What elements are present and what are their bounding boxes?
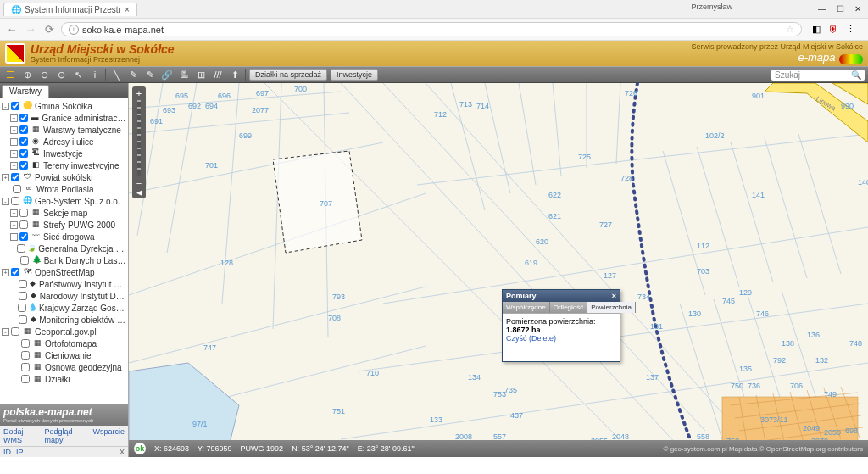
layer-item[interactable]: +🗺OpenStreetMap <box>2 266 126 278</box>
layer-checkbox[interactable] <box>17 244 25 253</box>
layer-item[interactable]: +▦Strefy PUWG 2000 <box>2 219 126 231</box>
layer-checkbox[interactable] <box>21 339 30 348</box>
layer-item[interactable]: 🌲Bank Danych o Lasach <box>2 254 126 266</box>
window-minimize[interactable]: — <box>818 4 826 14</box>
annotate-icon[interactable]: ✎ <box>143 68 157 81</box>
window-close[interactable]: ✕ <box>854 4 861 14</box>
layer-checkbox[interactable] <box>19 209 28 217</box>
layer-checkbox[interactable] <box>19 125 28 134</box>
link-preview[interactable]: Podgląd mapy <box>45 427 88 444</box>
layer-item[interactable]: -▦Geoportal.gov.pl <box>2 326 126 337</box>
measure-icon[interactable]: ╲ <box>109 68 123 81</box>
layer-item[interactable]: 🍃Generalna Dyrekcja Ochrony Środowiska <box>2 243 126 254</box>
search-icon[interactable]: 🔍 <box>851 70 861 80</box>
grid-icon[interactable]: ⊞ <box>194 68 208 81</box>
layer-checkbox[interactable] <box>19 292 27 300</box>
layer-checkbox[interactable] <box>19 114 28 122</box>
info-icon[interactable]: i <box>88 68 102 81</box>
layer-checkbox[interactable] <box>11 197 19 205</box>
clear-link[interactable]: Czyść (Delete) <box>506 334 556 343</box>
layer-checkbox[interactable] <box>13 185 21 193</box>
pointer-icon[interactable]: ↖ <box>71 68 85 81</box>
window-maximize[interactable]: ☐ <box>837 4 844 14</box>
expand-icon[interactable]: + <box>10 138 18 146</box>
zoom-in-button[interactable]: + <box>134 88 144 98</box>
layer-checkbox[interactable] <box>19 232 28 241</box>
close-tab-icon[interactable]: × <box>125 5 130 14</box>
layer-item[interactable]: ▦Ortofotomapa <box>2 337 126 349</box>
tab-distance[interactable]: Odległość <box>550 302 588 313</box>
layer-item[interactable]: ▦Działki <box>2 373 126 385</box>
layer-checkbox[interactable] <box>19 280 27 288</box>
link-icon[interactable]: 🔗 <box>160 68 174 81</box>
zoom-out-icon[interactable]: ⊖ <box>37 68 51 81</box>
url-input[interactable]: i sokolka.e-mapa.net ☆ <box>61 22 802 36</box>
expand-icon[interactable]: - <box>2 328 9 336</box>
expand-icon[interactable]: + <box>10 114 18 122</box>
tab-coords[interactable]: Współrzędne <box>503 302 550 313</box>
zoom-extent-icon[interactable]: ⊙ <box>54 68 68 81</box>
layer-item[interactable]: ▦Cieniowanie <box>2 349 126 361</box>
extension-icon[interactable]: ◧ <box>812 24 824 36</box>
layer-checkbox[interactable] <box>19 220 28 229</box>
tab-layers[interactable]: Warstwy <box>2 85 49 98</box>
expand-icon[interactable]: + <box>2 269 9 276</box>
sidebar-footer-logo[interactable]: polska.e-mapa.net Portal otwartych danyc… <box>0 404 128 426</box>
draw-icon[interactable]: ✎ <box>126 68 140 81</box>
layer-item[interactable]: -🟡Gmina Sokółka <box>2 100 126 112</box>
layer-item[interactable]: +🏗Inwestycje <box>2 148 126 159</box>
link-id[interactable]: ID <box>3 448 11 456</box>
nav-back-icon[interactable]: ← <box>5 23 19 36</box>
layer-checkbox[interactable] <box>11 102 19 110</box>
link-ip[interactable]: IP <box>16 448 24 456</box>
layer-item[interactable]: 💧Krajowy Zarząd Gospodarki Wodnej <box>2 302 126 314</box>
layer-item[interactable]: +◉Adresy i ulice <box>2 136 126 148</box>
nav-reload-icon[interactable]: ⟳ <box>42 23 56 36</box>
expand-icon[interactable]: + <box>10 150 18 158</box>
layer-item[interactable]: ◆Państwowy Instytut Geologiczny <box>2 278 126 290</box>
extension-icon[interactable]: ⛨ <box>829 24 841 36</box>
layer-checkbox[interactable] <box>19 137 28 146</box>
dialog-close-icon[interactable]: × <box>612 292 616 300</box>
zoom-track[interactable] <box>137 100 141 176</box>
browser-tab[interactable]: 🌐 System Informacji Przestr × <box>3 3 137 16</box>
expand-icon[interactable]: + <box>10 233 18 241</box>
layer-item[interactable]: -🌐Geo-System Sp. z o.o. <box>2 195 126 207</box>
map-canvas[interactable]: + − ◀ <box>129 83 868 457</box>
expand-icon[interactable]: + <box>2 174 9 181</box>
collapse-slider-icon[interactable]: ◀ <box>134 188 144 197</box>
expand-icon[interactable]: - <box>2 198 9 205</box>
layer-item[interactable]: ◆Narodowy Instytut Dziedzictwa <box>2 290 126 302</box>
layer-item[interactable]: +〰Sieć drogowa <box>2 231 126 243</box>
marker-icon[interactable]: ⬆ <box>228 68 242 81</box>
layers-icon[interactable]: ☰ <box>3 68 17 81</box>
zoom-out-button[interactable]: − <box>134 178 144 188</box>
layer-item[interactable]: ◆Monitoring obiektów ruchomych <box>2 314 126 326</box>
layer-item[interactable]: +▦Warstwy tematyczne <box>2 124 126 136</box>
layer-checkbox[interactable] <box>20 256 29 265</box>
bookmark-star-icon[interactable]: ☆ <box>786 24 794 35</box>
layer-item[interactable]: +▬Granice administracyjne <box>2 112 126 124</box>
layer-item[interactable]: +▦Sekcje map <box>2 207 126 219</box>
sales-button[interactable]: Działki na sprzedaż <box>249 69 327 81</box>
tab-area[interactable]: Powierzchnia <box>587 302 636 313</box>
expand-icon[interactable]: + <box>10 209 18 217</box>
close-sidebar-icon[interactable]: X <box>120 448 125 456</box>
menu-icon[interactable]: ⋮ <box>846 24 858 36</box>
layer-checkbox[interactable] <box>21 351 30 360</box>
layer-checkbox[interactable] <box>19 161 28 170</box>
layer-item[interactable]: +🛡Powiat sokólski <box>2 171 126 183</box>
search-input[interactable]: Szukaj 🔍 <box>771 70 865 81</box>
layer-checkbox[interactable] <box>11 268 19 276</box>
layer-tree[interactable]: -🟡Gmina Sokółka+▬Granice administracyjne… <box>0 98 128 404</box>
print-icon[interactable]: 🖶 <box>177 68 191 81</box>
layer-checkbox[interactable] <box>19 315 27 324</box>
layer-item[interactable]: ▦Osnowa geodezyjna <box>2 361 126 373</box>
layer-checkbox[interactable] <box>21 363 30 371</box>
zoom-in-icon[interactable]: ⊕ <box>20 68 34 81</box>
invest-button[interactable]: Inwestycje <box>331 69 378 81</box>
layer-item[interactable]: +◧Tereny inwestycyjne <box>2 159 126 171</box>
expand-icon[interactable]: + <box>10 221 18 229</box>
layer-checkbox[interactable] <box>11 173 19 181</box>
layer-checkbox[interactable] <box>21 375 30 383</box>
